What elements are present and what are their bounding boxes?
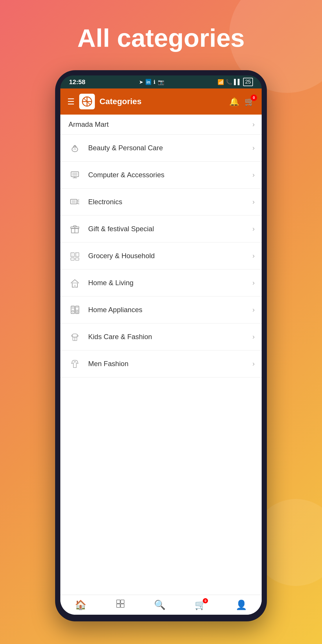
categories-nav-icon <box>116 599 125 611</box>
chevron-icon: › <box>252 225 255 233</box>
men-fashion-icon <box>67 356 82 371</box>
svg-rect-23 <box>76 253 77 254</box>
svg-rect-24 <box>76 255 77 256</box>
camera-icon: 📷 <box>158 79 164 85</box>
chevron-icon: › <box>252 360 255 368</box>
svg-rect-42 <box>121 604 124 607</box>
category-name-gift: Gift & festival Special <box>88 225 252 233</box>
chevron-icon: › <box>252 279 255 287</box>
nav-profile[interactable]: 👤 <box>236 599 247 610</box>
category-item-electronics[interactable]: Electronics › <box>60 189 262 216</box>
category-item-men-fashion[interactable]: Men Fashion › <box>60 350 262 377</box>
category-item-armada-mart[interactable]: Armada Mart › <box>60 115 262 135</box>
home-appliances-icon <box>67 302 82 317</box>
svg-line-14 <box>77 203 79 204</box>
svg-rect-31 <box>72 307 74 309</box>
chevron-icon: › <box>252 198 255 206</box>
grocery-icon <box>67 248 82 263</box>
category-item-kids[interactable]: Kids Care & Fashion › <box>60 323 262 350</box>
svg-point-4 <box>72 147 78 152</box>
chevron-icon: › <box>252 144 255 152</box>
info-icon: ℹ <box>153 79 155 85</box>
arrow-icon: ➤ <box>139 79 143 85</box>
svg-rect-29 <box>71 283 79 283</box>
gift-icon <box>67 221 82 236</box>
nav-search[interactable]: 🔍 <box>154 599 166 610</box>
category-item-home-living[interactable]: Home & Living › <box>60 269 262 296</box>
chevron-icon: › <box>252 252 255 260</box>
svg-rect-26 <box>75 258 79 260</box>
svg-line-12 <box>77 200 79 200</box>
phone-icon: 📞 <box>226 79 232 85</box>
logo <box>79 94 95 109</box>
svg-rect-7 <box>72 173 77 176</box>
svg-rect-28 <box>74 285 76 287</box>
svg-rect-39 <box>117 600 120 603</box>
category-list: Armada Mart › Beauty & Personal Care › <box>60 115 262 595</box>
chevron-icon: › <box>252 306 255 314</box>
signal-icon: ▌▌ <box>234 79 241 85</box>
linkedin-icon: in <box>146 79 151 85</box>
category-item-beauty[interactable]: Beauty & Personal Care › <box>60 135 262 162</box>
phone-frame: 12:58 ➤ in ℹ 📷 📶 📞 ▌▌ 25 ☰ <box>55 70 267 621</box>
svg-rect-11 <box>72 200 76 203</box>
category-name-men-fashion: Men Fashion <box>88 360 252 368</box>
category-name-computer: Computer & Accessories <box>88 171 252 179</box>
electronics-icon <box>67 194 82 209</box>
svg-rect-21 <box>72 255 73 256</box>
search-nav-icon: 🔍 <box>154 599 166 610</box>
category-name-kids: Kids Care & Fashion <box>88 333 252 341</box>
category-item-gift[interactable]: Gift & festival Special › <box>60 216 262 243</box>
status-right-icons: 📶 📞 ▌▌ 25 <box>218 78 253 86</box>
computer-icon <box>67 167 82 182</box>
category-name-grocery: Grocery & Household <box>88 252 252 260</box>
category-name-armada-mart: Armada Mart <box>68 120 252 129</box>
kids-icon <box>67 329 82 344</box>
cart-icon[interactable]: 🛒 0 <box>245 97 255 106</box>
app-header: ☰ Categories 🔔 🛒 0 <box>60 88 262 115</box>
svg-rect-34 <box>76 307 78 308</box>
category-name-beauty: Beauty & Personal Care <box>88 144 252 152</box>
category-item-home-appliances[interactable]: Home Appliances › <box>60 296 262 323</box>
svg-point-36 <box>76 311 78 313</box>
battery-icon: 25 <box>243 78 253 86</box>
cart-badge: 0 <box>251 95 257 101</box>
svg-rect-25 <box>71 258 74 260</box>
bottom-nav: 🏠 🔍 🛒 0 👤 <box>60 595 262 615</box>
profile-nav-icon: 👤 <box>236 599 247 610</box>
nav-categories[interactable] <box>116 599 125 611</box>
bell-icon[interactable]: 🔔 <box>229 97 239 106</box>
svg-rect-20 <box>72 253 73 254</box>
category-item-computer[interactable]: Computer & Accessories › <box>60 162 262 189</box>
svg-rect-41 <box>117 604 120 607</box>
status-left-icons: ➤ in ℹ 📷 <box>139 79 164 85</box>
svg-point-32 <box>72 310 74 312</box>
home-living-icon <box>67 275 82 290</box>
nav-home[interactable]: 🏠 <box>75 599 86 610</box>
category-item-grocery[interactable]: Grocery & Household › <box>60 243 262 269</box>
category-name-home-living: Home & Living <box>88 279 252 287</box>
chevron-icon: › <box>252 333 255 341</box>
svg-rect-40 <box>121 600 124 603</box>
wifi-icon: 📶 <box>218 79 224 85</box>
chevron-icon: › <box>252 171 255 179</box>
status-bar: 12:58 ➤ in ℹ 📷 📶 📞 ▌▌ 25 <box>60 75 262 88</box>
category-name-home-appliances: Home Appliances <box>88 306 252 314</box>
home-nav-icon: 🏠 <box>75 599 86 610</box>
status-time: 12:58 <box>69 78 85 86</box>
header-icons: 🔔 🛒 0 <box>229 97 255 106</box>
phone-screen: ☰ Categories 🔔 🛒 0 <box>60 88 262 615</box>
header-title: Categories <box>100 97 225 106</box>
menu-button[interactable]: ☰ <box>67 97 75 106</box>
chevron-icon: › <box>252 120 255 129</box>
beauty-icon <box>67 140 82 155</box>
page-title: All categories <box>77 23 245 53</box>
nav-cart-badge: 0 <box>203 598 208 603</box>
nav-cart[interactable]: 🛒 0 <box>195 599 206 610</box>
category-name-electronics: Electronics <box>88 198 252 206</box>
